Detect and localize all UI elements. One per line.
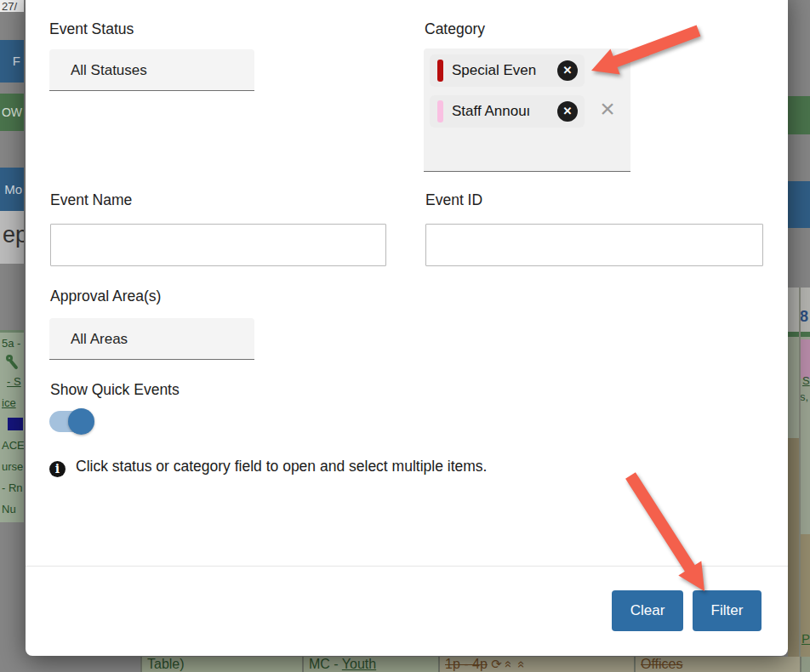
wrench-icon xyxy=(5,354,20,371)
expand-icon: » xyxy=(512,661,528,668)
event-text-fragment: Nu xyxy=(2,498,24,520)
background-event-cell xyxy=(801,657,810,672)
approval-areas-select[interactable]: All Areas xyxy=(49,318,254,360)
event-link-fragment: S xyxy=(802,374,810,387)
chip-label: Staff Annouı xyxy=(452,103,557,120)
event-link-fragment: P xyxy=(801,631,810,646)
clear-button[interactable]: Clear xyxy=(612,590,683,631)
event-time-fragment: 1p - 4p xyxy=(445,657,488,671)
tan-cell-block xyxy=(788,438,799,657)
background-month-nav-fragment: Mo xyxy=(0,168,24,211)
event-color-square xyxy=(8,418,23,430)
background-event-cell: 1p - 4p ⟳ « » xyxy=(440,657,634,672)
event-id-label: Event ID xyxy=(425,191,482,209)
calendar-grid-line xyxy=(799,288,801,657)
footer-divider xyxy=(26,566,788,567)
pink-event-block xyxy=(801,339,810,379)
event-name-label: Event Name xyxy=(50,191,132,209)
background-date-fragment: 27/ xyxy=(0,0,24,12)
category-label: Category xyxy=(425,20,485,38)
recurring-icon: ⟳ xyxy=(491,657,502,672)
info-text: Click status or category field to open a… xyxy=(76,458,487,475)
category-chip-staff-announcements: Staff Annouı ✕ xyxy=(430,95,585,128)
event-status-label: Event Status xyxy=(49,20,134,38)
category-clear-all-icon[interactable]: × xyxy=(594,96,621,123)
event-status-select[interactable]: All Statuses xyxy=(49,49,254,91)
info-note: iClick status or category field to open … xyxy=(49,453,526,480)
category-color-bar xyxy=(437,100,443,122)
chip-remove-icon[interactable]: ✕ xyxy=(557,60,578,81)
toggle-thumb xyxy=(68,408,94,435)
filter-button[interactable]: Filter xyxy=(693,590,762,631)
chip-remove-icon[interactable]: ✕ xyxy=(557,101,578,122)
background-heading-fragment: ep xyxy=(0,211,24,264)
event-text-fragment: - Rn xyxy=(2,477,24,498)
show-quick-events-toggle[interactable] xyxy=(49,411,93,432)
event-text-fragment: ACE xyxy=(2,435,24,456)
event-name-input[interactable] xyxy=(50,224,386,266)
event-text-fragment: 5a - xyxy=(2,337,20,350)
event-link-fragment: Youth xyxy=(342,657,376,671)
background-blue-button-right xyxy=(788,181,810,228)
background-event-cell: Offices xyxy=(636,657,800,672)
background-show-button-fragment: OW xyxy=(0,94,24,131)
background-calendar-cell-right: 8 S s, P xyxy=(788,288,810,657)
show-quick-events-label: Show Quick Events xyxy=(50,381,180,399)
day-number: 8 xyxy=(800,308,808,326)
approval-areas-label: Approval Area(s) xyxy=(50,288,161,305)
event-text-fragment: MC - xyxy=(309,657,342,671)
background-green-button-right xyxy=(788,96,810,134)
chip-label: Special Even xyxy=(452,62,557,79)
filter-modal: Event Status All Statuses Category Speci… xyxy=(26,0,788,656)
category-select[interactable]: Special Even ✕ Staff Annouı ✕ × xyxy=(424,48,630,172)
background-filter-button-fragment: F xyxy=(0,40,24,83)
event-link-fragment: ice xyxy=(2,392,24,413)
event-id-input[interactable] xyxy=(425,224,763,266)
background-calendar-cell-left: 5a - - S ice ACE urse - Rn Nu xyxy=(0,330,24,522)
event-text-fragment: urse xyxy=(2,456,24,477)
background-event-cell: Table) xyxy=(142,657,302,672)
category-chip-special-event: Special Even ✕ xyxy=(430,54,585,87)
info-icon: i xyxy=(49,461,66,477)
background-event-cell: MC - Youth xyxy=(304,657,438,672)
category-color-bar xyxy=(437,60,443,82)
event-text-fragment: s, xyxy=(800,390,808,403)
event-link-fragment: - S xyxy=(2,371,24,392)
